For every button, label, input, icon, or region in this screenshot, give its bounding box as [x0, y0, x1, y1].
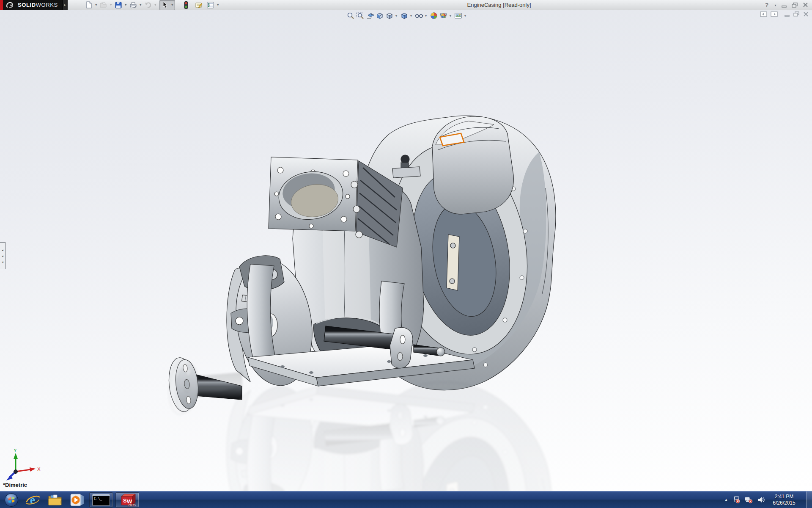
view-settings-button[interactable] — [453, 11, 463, 20]
apply-scene-icon — [439, 12, 447, 19]
taskbar-internet-explorer[interactable]: e — [23, 492, 43, 508]
section-view-icon — [376, 12, 384, 19]
print-button[interactable] — [128, 1, 138, 9]
tray-show-hidden-button[interactable]: ▲ — [724, 498, 728, 502]
select-cursor-icon — [160, 1, 170, 9]
internet-explorer-icon: e — [26, 493, 40, 507]
view-orientation-button[interactable] — [384, 11, 394, 20]
previous-view-button[interactable] — [365, 11, 375, 20]
select-dropdown[interactable]: ▾ — [170, 1, 175, 9]
undo-icon — [144, 2, 152, 8]
taskbar-solidworks-2015[interactable]: S W 2015 — [115, 492, 139, 508]
start-button[interactable] — [2, 492, 21, 508]
triad-x-label: X — [37, 467, 41, 472]
command-prompt-icon: C:\_ — [92, 494, 110, 506]
featuremanager-collapsed-handle[interactable]: ◂ ◂ ◂ — [0, 242, 5, 269]
media-player-icon — [70, 493, 84, 507]
graphics-area[interactable]: ▾ ▾ ▾ — [0, 10, 812, 491]
save-floppy-icon — [115, 2, 122, 8]
display-style-dropdown[interactable]: ▾ — [409, 11, 413, 20]
new-dropdown[interactable]: ▾ — [94, 1, 99, 9]
logo-red-stripe — [0, 0, 3, 10]
brand-text: SOLIDWORKS — [18, 2, 58, 8]
windows-taskbar: e — [0, 491, 812, 508]
options-checklist-icon — [207, 2, 214, 8]
reference-triad: Y X — [3, 447, 41, 483]
hide-show-items-dropdown[interactable]: ▾ — [424, 11, 428, 20]
section-view-button[interactable] — [375, 11, 384, 20]
help-dropdown[interactable]: ▾ — [773, 1, 778, 9]
new-button[interactable] — [84, 1, 94, 9]
taskbar-clock[interactable]: 2:41 PM 6/26/2015 — [770, 494, 798, 506]
show-task-pane-button[interactable] — [771, 11, 778, 17]
edit-appearance-button[interactable] — [429, 11, 439, 20]
svg-text:2015: 2015 — [127, 503, 136, 507]
heads-up-view-toolbar: ▾ ▾ ▾ — [346, 11, 468, 21]
app-close-button[interactable] — [801, 1, 809, 9]
doc-minimize-button[interactable] — [785, 12, 790, 17]
undo-button[interactable] — [143, 1, 153, 9]
save-button[interactable] — [113, 1, 123, 9]
open-dropdown[interactable]: ▾ — [109, 1, 113, 9]
volume-icon[interactable] — [757, 496, 765, 503]
apply-scene-dropdown[interactable]: ▾ — [448, 11, 453, 20]
save-dropdown[interactable]: ▾ — [123, 1, 128, 9]
print-dropdown[interactable]: ▾ — [138, 1, 143, 9]
traffic-light-icon — [184, 1, 188, 9]
zoom-to-fit-icon — [347, 12, 354, 19]
previous-view-icon — [366, 12, 374, 19]
show-featuremanager-pane-button[interactable] — [760, 11, 767, 17]
taskbar-windows-explorer[interactable] — [45, 492, 65, 508]
svg-text:S: S — [123, 497, 127, 504]
help-button[interactable]: ? — [763, 1, 771, 9]
hide-show-items-button[interactable] — [414, 11, 424, 20]
rebuild-button[interactable] — [181, 1, 191, 9]
zoom-to-fit-button[interactable] — [346, 11, 355, 20]
dassault-3ds-icon — [6, 2, 15, 8]
title-bar: SOLIDWORKS ▸ ▾ ▾ ▾ — [0, 0, 812, 10]
select-tool[interactable]: ▾ — [159, 0, 175, 10]
file-properties-button[interactable] — [194, 1, 204, 9]
view-settings-dropdown[interactable]: ▾ — [463, 11, 467, 20]
new-document-icon — [85, 1, 92, 8]
view-orientation-dropdown[interactable]: ▾ — [394, 11, 398, 20]
options-dropdown[interactable]: ▾ — [216, 1, 220, 9]
collapse-arrow-icon: ◂ — [2, 260, 3, 263]
folder-icon — [47, 494, 63, 506]
display-style-icon — [401, 12, 408, 19]
app-minimize-button[interactable] — [780, 1, 788, 9]
view-settings-icon — [454, 12, 462, 19]
triad-y-label: Y — [14, 448, 17, 453]
zoom-to-area-button[interactable] — [355, 11, 365, 20]
collapse-arrow-icon: ◂ — [2, 254, 3, 257]
solidworks-logo: SOLIDWORKS — [0, 0, 62, 10]
view-orientation-label: *Dimetric — [3, 482, 27, 488]
open-folder-icon — [100, 2, 107, 8]
doc-close-button[interactable] — [803, 12, 809, 17]
undo-dropdown[interactable]: ▾ — [153, 1, 158, 9]
solidworks-2015-icon: S W 2015 — [118, 493, 136, 507]
taskbar-command-prompt[interactable]: C:\_ — [89, 492, 113, 508]
doc-restore-button[interactable] — [793, 11, 800, 17]
action-center-flag-icon[interactable] — [732, 496, 740, 503]
open-button[interactable] — [99, 1, 109, 9]
zoom-to-area-icon — [356, 12, 364, 19]
taskbar-media-player[interactable] — [67, 492, 87, 508]
windows-start-orb-icon — [4, 493, 19, 507]
document-title: EngineCasing [Read-only] — [467, 2, 531, 8]
engine-casing-3d-model[interactable] — [0, 10, 812, 491]
eyeglasses-icon — [415, 12, 423, 19]
menu-flyout-arrow[interactable]: ▸ — [62, 0, 68, 10]
view-orientation-icon — [386, 12, 393, 19]
app-restore-button[interactable] — [790, 1, 799, 9]
pane-left-icon — [760, 11, 767, 17]
apply-scene-button[interactable] — [439, 11, 448, 20]
options-button[interactable] — [206, 1, 216, 9]
clock-time: 2:41 PM — [770, 494, 798, 500]
pane-right-icon — [771, 11, 778, 17]
collapse-arrow-icon: ◂ — [2, 248, 3, 251]
display-style-button[interactable] — [399, 11, 409, 20]
clock-date: 6/26/2015 — [770, 500, 798, 506]
network-status-icon[interactable] — [745, 496, 753, 503]
show-desktop-button[interactable] — [807, 491, 812, 508]
